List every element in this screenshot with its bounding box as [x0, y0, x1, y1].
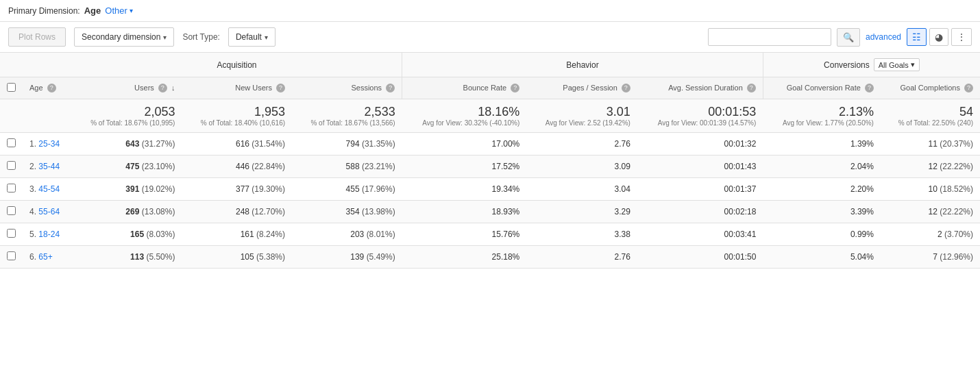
sort-type-dropdown[interactable]: Default ▾	[228, 27, 275, 47]
row-goal-completions-value: 11	[929, 139, 938, 149]
row-goal-completions-value: 12	[929, 162, 938, 171]
row-new-users-cell: 377 (19.30%)	[182, 178, 292, 201]
goal-conversion-rate-help-icon[interactable]: ?	[865, 84, 874, 92]
row-checkbox-cell[interactable]	[0, 201, 23, 223]
row-users-pct: (31.27%)	[142, 139, 175, 149]
row-checkbox[interactable]	[7, 161, 16, 170]
new-users-help-icon[interactable]: ?	[276, 84, 285, 92]
summary-goal-conversion-rate-value: 2.13%	[770, 105, 874, 119]
summary-goal-completions-sub: % of Total: 22.50% (240)	[887, 119, 973, 127]
row-new-users-pct: (8.24%)	[256, 229, 285, 239]
row-new-users-value: 161	[241, 229, 254, 239]
row-checkbox[interactable]	[7, 206, 16, 215]
search-input[interactable]	[708, 28, 831, 46]
summary-pages-per-session-cell: 3.01 Avg for View: 2.52 (19.42%)	[526, 99, 637, 133]
select-all-checkbox-cell[interactable]	[0, 77, 23, 99]
row-rank-age-cell: 4. 55-64	[23, 201, 72, 223]
users-col-header[interactable]: Users ? ↓	[72, 77, 182, 99]
row-rank: 3.	[29, 184, 36, 194]
table-view-button[interactable]: ☷	[907, 28, 927, 46]
users-help-icon[interactable]: ?	[158, 84, 167, 92]
all-goals-label: All Goals	[879, 61, 909, 69]
all-goals-dropdown[interactable]: All Goals ▾	[874, 58, 920, 71]
row-age-link[interactable]: 25-34	[38, 139, 60, 149]
summary-checkbox-cell	[0, 99, 23, 133]
secondary-dimension-dropdown[interactable]: Secondary dimension ▾	[74, 27, 174, 47]
search-area: 🔍 advanced ☷ ◕ ⋮	[708, 28, 972, 47]
row-goal-conversion-rate-cell: 3.39%	[763, 201, 881, 223]
row-users-cell: 475 (23.10%)	[72, 156, 182, 178]
bounce-rate-col-header[interactable]: Bounce Rate ?	[402, 77, 527, 99]
advanced-link[interactable]: advanced	[866, 32, 901, 42]
pie-view-button[interactable]: ◕	[929, 28, 948, 46]
new-users-col-header[interactable]: New Users ?	[182, 77, 292, 99]
row-goal-completions-pct: (12.96%)	[940, 252, 973, 262]
row-checkbox-cell[interactable]	[0, 223, 23, 246]
avg-session-duration-col-header[interactable]: Avg. Session Duration ?	[637, 77, 763, 99]
primary-dimension-bar: Primary Dimension: Age Other ▾	[0, 0, 980, 22]
row-avg-session-duration-cell: 00:01:37	[637, 178, 763, 201]
row-sessions-value: 354	[346, 207, 360, 216]
row-checkbox-cell[interactable]	[0, 246, 23, 269]
row-new-users-cell: 161 (8.24%)	[182, 223, 292, 246]
row-checkbox[interactable]	[7, 184, 16, 192]
row-checkbox[interactable]	[7, 251, 16, 260]
summary-new-users-cell: 1,953 % of Total: 18.40% (10,616)	[182, 99, 292, 133]
summary-avg-session-duration-sub: Avg for View: 00:01:39 (14.57%)	[644, 119, 756, 127]
row-age-link[interactable]: 45-54	[38, 184, 60, 194]
row-avg-session-duration-cell: 00:02:18	[637, 201, 763, 223]
goal-conversion-rate-col-header[interactable]: Goal Conversion Rate ?	[763, 77, 881, 99]
row-rank-age-cell: 5. 18-24	[23, 223, 72, 246]
conversions-group-header: Conversions All Goals ▾	[763, 53, 980, 77]
row-checkbox[interactable]	[7, 229, 16, 238]
row-checkbox-cell[interactable]	[0, 133, 23, 156]
row-avg-session-duration-cell: 00:01:50	[637, 246, 763, 269]
row-users-pct: (5.50%)	[146, 252, 175, 262]
age-link[interactable]: Age	[84, 5, 101, 16]
row-users-cell: 643 (31.27%)	[72, 133, 182, 156]
row-age-link[interactable]: 18-24	[38, 229, 60, 239]
row-users-value: 391	[125, 184, 139, 194]
summary-row: 2,053 % of Total: 18.67% (10,995) 1,953 …	[0, 99, 980, 133]
more-options-button[interactable]: ⋮	[951, 28, 972, 46]
row-age-link[interactable]: 65+	[38, 252, 52, 262]
avg-session-duration-help-icon[interactable]: ?	[747, 84, 756, 92]
row-goal-completions-value: 10	[929, 184, 938, 194]
row-bounce-rate-cell: 15.76%	[402, 223, 527, 246]
pages-per-session-help-icon[interactable]: ?	[622, 84, 630, 92]
row-users-value: 113	[130, 252, 144, 262]
sort-default-label: Default	[236, 32, 262, 42]
row-users-value: 165	[130, 229, 144, 239]
goal-completions-col-header[interactable]: Goal Completions ?	[881, 77, 980, 99]
row-checkbox[interactable]	[7, 138, 16, 147]
search-button[interactable]: 🔍	[837, 28, 860, 47]
age-help-icon[interactable]: ?	[47, 84, 56, 92]
row-checkbox-cell[interactable]	[0, 156, 23, 178]
row-avg-session-duration-cell: 00:01:43	[637, 156, 763, 178]
row-bounce-rate-cell: 18.93%	[402, 201, 527, 223]
row-goal-conversion-rate-cell: 2.04%	[763, 156, 881, 178]
row-sessions-pct: (31.35%)	[362, 139, 395, 149]
bounce-rate-help-icon[interactable]: ?	[511, 84, 519, 92]
row-sessions-pct: (8.01%)	[367, 229, 395, 239]
select-all-checkbox[interactable]	[7, 83, 16, 92]
row-goal-completions-cell: 12 (22.22%)	[881, 201, 980, 223]
row-sessions-cell: 203 (8.01%)	[292, 223, 402, 246]
row-bounce-rate-cell: 17.00%	[402, 133, 527, 156]
row-users-pct: (19.02%)	[142, 184, 175, 194]
row-checkbox-cell[interactable]	[0, 178, 23, 201]
other-dropdown[interactable]: Other ▾	[105, 5, 133, 16]
row-users-cell: 391 (19.02%)	[72, 178, 182, 201]
goal-completions-help-icon[interactable]: ?	[964, 84, 973, 92]
row-goal-completions-value: 7	[933, 252, 938, 262]
pages-per-session-col-header[interactable]: Pages / Session ?	[526, 77, 637, 99]
row-age-link[interactable]: 35-44	[38, 162, 60, 171]
sessions-help-icon[interactable]: ?	[386, 84, 395, 92]
row-age-link[interactable]: 55-64	[38, 207, 60, 216]
sessions-col-header[interactable]: Sessions ?	[292, 77, 402, 99]
row-goal-completions-cell: 11 (20.37%)	[881, 133, 980, 156]
row-users-cell: 165 (8.03%)	[72, 223, 182, 246]
row-avg-session-duration-cell: 00:01:32	[637, 133, 763, 156]
plot-rows-button[interactable]: Plot Rows	[8, 27, 66, 47]
row-users-value: 475	[125, 162, 139, 171]
